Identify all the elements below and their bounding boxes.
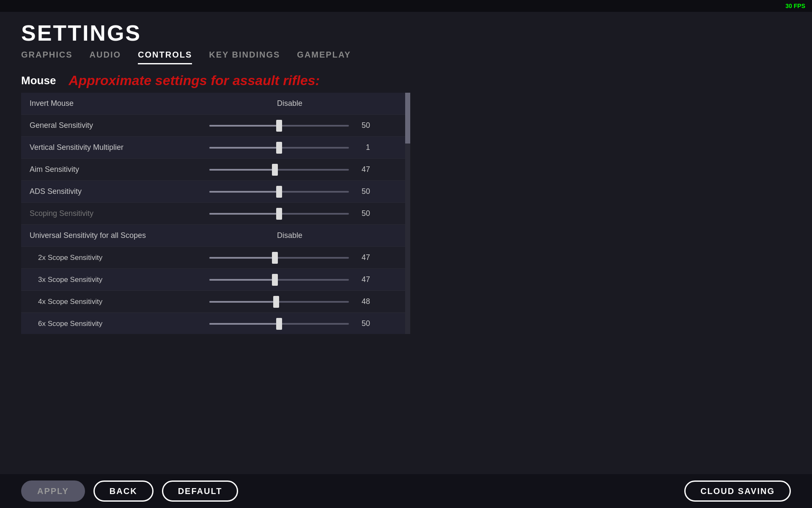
row-label: 6x Scope Sensitivity — [30, 320, 178, 328]
slider-track[interactable] — [209, 257, 349, 259]
settings-row: Invert MouseDisable — [21, 93, 410, 115]
slider-value: 47 — [355, 253, 370, 262]
header: SETTINGS GRAPHICSAUDIOCONTROLSKEY BINDIN… — [0, 12, 812, 64]
toggle-value[interactable]: Disable — [277, 231, 302, 240]
slider-value: 48 — [355, 297, 370, 306]
settings-row: 3x Scope Sensitivity47 — [21, 269, 410, 291]
row-label: General Sensitivity — [30, 121, 178, 130]
slider-track[interactable] — [209, 147, 349, 149]
settings-row: 4x Scope Sensitivity48 — [21, 291, 410, 313]
slider-track[interactable] — [209, 169, 349, 171]
slider-track[interactable] — [209, 323, 349, 325]
row-label: Aim Sensitivity — [30, 165, 178, 174]
slider-container[interactable]: 47 — [209, 253, 370, 262]
row-label: Scoping Sensitivity — [30, 209, 178, 218]
slider-track[interactable] — [209, 213, 349, 215]
slider-container[interactable]: 47 — [209, 275, 370, 284]
slider-container[interactable]: 48 — [209, 297, 370, 306]
settings-row: Universal Sensitivity for all ScopesDisa… — [21, 225, 410, 247]
slider-track[interactable] — [209, 279, 349, 281]
back-button[interactable]: BACK — [93, 480, 154, 502]
slider-container[interactable]: 47 — [209, 165, 370, 174]
slider-value: 50 — [355, 319, 370, 328]
fps-counter: 30 FPS — [785, 3, 805, 9]
page-title: SETTINGS — [21, 20, 791, 46]
slider-track[interactable] — [209, 125, 349, 127]
apply-button[interactable]: APPLY — [21, 480, 85, 502]
scrollbar[interactable] — [405, 93, 410, 334]
settings-row: General Sensitivity50 — [21, 115, 410, 137]
slider-container[interactable]: 50 — [209, 319, 370, 328]
row-label: ADS Sensitivity — [30, 187, 178, 196]
settings-panel: Invert MouseDisableGeneral Sensitivity50… — [21, 93, 410, 334]
slider-value: 1 — [355, 143, 370, 152]
slider-container[interactable]: 1 — [209, 143, 370, 152]
slider-container[interactable]: 50 — [209, 209, 370, 218]
main-content: Mouse Approximate settings for assault r… — [0, 64, 812, 342]
bottom-bar: APPLY BACK DEFAULT CLOUD SAVING — [0, 474, 812, 508]
slider-value: 50 — [355, 187, 370, 196]
settings-row: Scoping Sensitivity50 — [21, 203, 410, 225]
tab-graphics[interactable]: GRAPHICS — [21, 50, 73, 64]
tab-gameplay[interactable]: GAMEPLAY — [297, 50, 351, 64]
row-label: 4x Scope Sensitivity — [30, 298, 178, 306]
nav-tabs: GRAPHICSAUDIOCONTROLSKEY BINDINGSGAMEPLA… — [21, 50, 791, 64]
slider-value: 50 — [355, 121, 370, 130]
slider-track[interactable] — [209, 301, 349, 303]
slider-value: 50 — [355, 209, 370, 218]
slider-value: 47 — [355, 275, 370, 284]
settings-row: ADS Sensitivity50 — [21, 181, 410, 203]
slider-track[interactable] — [209, 191, 349, 193]
tab-keybindings[interactable]: KEY BINDINGS — [209, 50, 280, 64]
row-label: Vertical Sensitivity Multiplier — [30, 143, 178, 152]
tab-audio[interactable]: AUDIO — [90, 50, 121, 64]
row-label: Invert Mouse — [30, 99, 178, 108]
scrollbar-thumb[interactable] — [405, 93, 410, 144]
settings-row: 6x Scope Sensitivity50 — [21, 313, 410, 334]
row-label: 2x Scope Sensitivity — [30, 254, 178, 262]
slider-container[interactable]: 50 — [209, 187, 370, 196]
settings-row: Aim Sensitivity47 — [21, 159, 410, 181]
settings-row: 2x Scope Sensitivity47 — [21, 247, 410, 269]
rows-container: Invert MouseDisableGeneral Sensitivity50… — [21, 93, 410, 334]
section-title: Mouse — [21, 74, 56, 87]
row-label: Universal Sensitivity for all Scopes — [30, 231, 178, 240]
section-header: Mouse Approximate settings for assault r… — [21, 73, 791, 88]
slider-container[interactable]: 50 — [209, 121, 370, 130]
slider-value: 47 — [355, 165, 370, 174]
settings-row: Vertical Sensitivity Multiplier1 — [21, 137, 410, 159]
overlay-annotation: Approximate settings for assault rifles: — [69, 73, 320, 88]
row-label: 3x Scope Sensitivity — [30, 276, 178, 284]
cloud-saving-button[interactable]: CLOUD SAVING — [684, 480, 791, 502]
top-bar: 30 FPS — [0, 0, 812, 12]
toggle-value[interactable]: Disable — [277, 99, 302, 108]
default-button[interactable]: DEFAULT — [162, 480, 239, 502]
tab-controls[interactable]: CONTROLS — [138, 50, 192, 64]
